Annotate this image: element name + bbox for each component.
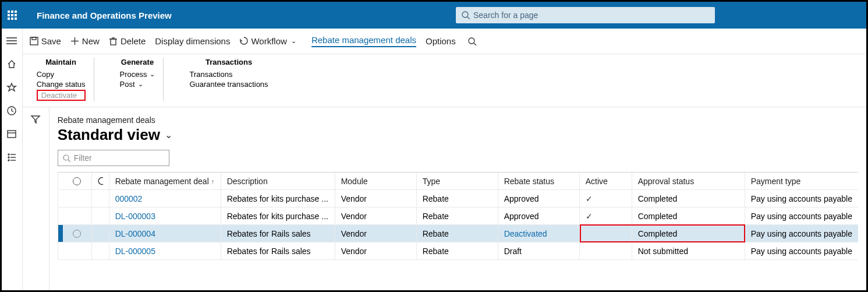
search-input[interactable]: Search for a page — [456, 7, 715, 23]
copy-action[interactable]: Copy — [37, 70, 86, 79]
svg-point-0 — [462, 12, 468, 17]
col-deal[interactable]: Rebate management deal↑ — [109, 173, 221, 189]
deactivate-action[interactable]: Deactivate — [37, 90, 86, 101]
workspace-icon[interactable] — [5, 128, 18, 140]
options-button[interactable]: Options — [426, 36, 456, 46]
svg-point-12 — [8, 160, 9, 161]
data-grid: Rebate management deal↑ Description Modu… — [58, 172, 858, 260]
cell-payment: Pay using accounts payable — [745, 190, 858, 207]
new-label: New — [82, 36, 100, 46]
process-action[interactable]: Process⌄ — [120, 70, 155, 79]
cell-active — [580, 225, 632, 242]
row-select[interactable] — [63, 242, 92, 259]
hamburger-icon[interactable] — [5, 34, 18, 47]
col-rebate-status[interactable]: Rebate status — [498, 173, 580, 189]
col-active[interactable]: Active — [580, 173, 632, 189]
save-button[interactable]: Save — [30, 36, 61, 46]
cell-approval: Completed — [632, 225, 745, 242]
deal-link[interactable]: DL-000004 — [115, 229, 155, 238]
cell-payment: Pay using accounts payable — [745, 242, 858, 259]
funnel-icon — [30, 114, 41, 125]
app-title: Finance and Operations Preview — [37, 10, 172, 20]
delete-button[interactable]: Delete — [109, 36, 146, 46]
chevron-down-icon: ⌄ — [165, 129, 172, 140]
row-select[interactable] — [63, 207, 92, 224]
col-approval[interactable]: Approval status — [632, 173, 745, 189]
search-icon — [63, 154, 70, 162]
cell-rebate-status: Draft — [498, 242, 580, 259]
group-title: Generate — [120, 58, 155, 66]
chevron-down-icon: ⌄ — [138, 80, 143, 88]
col-label: Rebate management deal — [115, 177, 209, 186]
home-icon[interactable] — [5, 58, 18, 71]
row-select[interactable] — [63, 225, 92, 242]
table-row[interactable]: 000002 Rebates for kits purchase ... Ven… — [58, 190, 858, 207]
svg-rect-18 — [111, 39, 116, 45]
post-action[interactable]: Post⌄ — [120, 80, 155, 89]
top-bar: Finance and Operations Preview Search fo… — [2, 2, 866, 29]
svg-point-10 — [8, 157, 9, 158]
modules-icon[interactable] — [5, 151, 18, 164]
workflow-label: Workflow — [251, 36, 286, 46]
cell-approval: Completed — [632, 190, 745, 207]
display-dimensions-button[interactable]: Display dimensions — [155, 36, 230, 46]
cell-description: Rebates for Rails sales — [221, 225, 335, 242]
search-icon — [462, 11, 470, 19]
cell-type: Rebate — [417, 242, 498, 259]
cell-module: Vendor — [335, 225, 417, 242]
change-status-action[interactable]: Change status — [37, 80, 86, 89]
search-placeholder: Search for a page — [473, 10, 538, 20]
deal-link[interactable]: DL-000005 — [115, 247, 155, 256]
guarantee-label: Guarantee transactions — [189, 80, 268, 89]
find-icon[interactable] — [467, 37, 476, 45]
new-button[interactable]: New — [70, 36, 100, 46]
deal-link[interactable]: 000002 — [115, 194, 143, 203]
select-all[interactable] — [63, 173, 92, 189]
star-icon[interactable] — [5, 81, 18, 94]
filter-pane-toggle[interactable] — [23, 107, 49, 290]
col-payment[interactable]: Payment type — [745, 173, 858, 189]
cell-approval: Not submitted — [632, 242, 745, 259]
refresh-icon — [98, 177, 103, 185]
waffle-icon[interactable] — [8, 10, 24, 20]
deal-link[interactable]: DL-000003 — [115, 212, 155, 221]
col-type[interactable]: Type — [417, 173, 498, 189]
view-title[interactable]: Standard view ⌄ — [58, 126, 858, 144]
cell-description: Rebates for kits purchase ... — [221, 190, 335, 207]
filter-input[interactable]: Filter — [58, 150, 169, 166]
col-module[interactable]: Module — [335, 173, 417, 189]
ribbon-group-transactions: Transactions Transactions Guarantee tran… — [181, 58, 276, 101]
deactivate-label: Deactivate — [41, 91, 77, 100]
cell-payment: Pay using accounts payable — [745, 225, 858, 242]
ribbon: Maintain Copy Change status Deactivate G… — [23, 54, 866, 107]
ribbon-group-generate: Generate Process⌄ Post⌄ — [112, 58, 164, 101]
cell-type: Rebate — [417, 207, 498, 224]
tab-rebate-deals[interactable]: Rebate management deals — [311, 35, 416, 47]
cell-module: Vendor — [335, 190, 417, 207]
cell-module: Vendor — [335, 207, 417, 224]
table-row[interactable]: DL-000003 Rebates for kits purchase ... … — [58, 207, 858, 225]
col-description[interactable]: Description — [221, 173, 335, 189]
ribbon-group-maintain: Maintain Copy Change status Deactivate — [29, 58, 94, 101]
svg-rect-14 — [30, 37, 38, 45]
svg-line-24 — [68, 160, 70, 162]
table-row[interactable]: DL-000005 Rebates for Rails sales Vendor… — [58, 242, 858, 260]
svg-line-1 — [467, 17, 470, 19]
table-row[interactable]: DL-000004 Rebates for Rails sales Vendor… — [58, 225, 858, 242]
breadcrumb: Rebate management deals — [58, 115, 858, 125]
sort-asc-icon: ↑ — [211, 178, 215, 185]
refresh-button[interactable] — [92, 173, 109, 189]
guarantee-action[interactable]: Guarantee transactions — [189, 80, 268, 89]
svg-point-23 — [63, 155, 69, 160]
post-label: Post — [120, 80, 135, 89]
grid-header: Rebate management deal↑ Description Modu… — [58, 173, 858, 190]
svg-point-21 — [469, 38, 474, 44]
workflow-button[interactable]: Workflow ⌄ — [239, 36, 296, 46]
save-label: Save — [41, 36, 61, 46]
display-dimensions-label: Display dimensions — [155, 36, 230, 46]
transactions-action[interactable]: Transactions — [189, 70, 268, 79]
row-select[interactable] — [63, 190, 92, 207]
group-title: Transactions — [189, 58, 268, 66]
change-status-label: Change status — [37, 80, 86, 89]
recent-icon[interactable] — [5, 104, 18, 117]
